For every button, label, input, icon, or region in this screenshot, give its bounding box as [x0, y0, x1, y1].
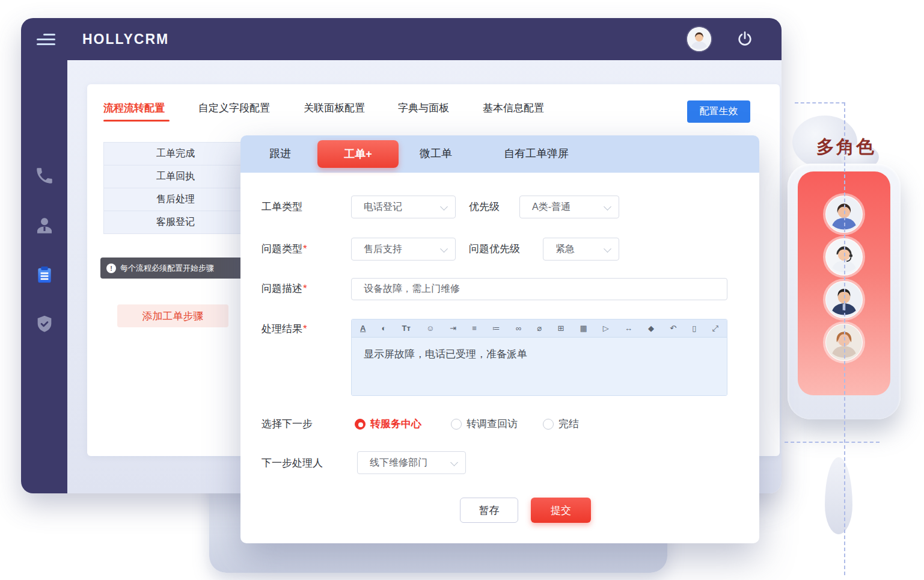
tab-dictionary-panel[interactable]: 字典与面板: [398, 101, 449, 115]
modal-tab-follow-up[interactable]: 跟进: [269, 146, 291, 161]
issue-desc-input[interactable]: 设备故障，需上门维修: [351, 278, 727, 300]
issue-type-label: 问题类型*: [262, 242, 307, 256]
radio-dot-icon: [451, 419, 462, 430]
side-navigation-rail: [21, 60, 67, 493]
tooltip-text: 每个流程必须配置开始步骤: [120, 263, 214, 274]
font-style-icon[interactable]: A: [360, 324, 366, 332]
issue-type-select[interactable]: 售后支持: [351, 238, 456, 261]
shield-check-icon[interactable]: [34, 314, 55, 335]
emoji-icon[interactable]: ☺: [426, 324, 434, 332]
apply-config-button[interactable]: 配置生效: [687, 100, 750, 123]
divider-icon[interactable]: ↔: [625, 324, 632, 332]
radio-transfer-survey[interactable]: 转调查回访: [451, 417, 518, 431]
undo-icon[interactable]: ↶: [670, 324, 676, 332]
save-draft-button[interactable]: 暂存: [460, 498, 518, 523]
workflow-step-list: 工单完成 工单回执 售后处理 客服登记: [103, 142, 248, 234]
chevron-down-icon: [604, 245, 611, 253]
issue-desc-label: 问题描述*: [262, 282, 307, 295]
fullscreen-icon[interactable]: ⤢: [712, 324, 718, 332]
editor-toolbar: A ◐ Tт ☺ ⇥ ≡ ≔ ∞ ⌀ ⊞ ▦ ▷ ↔ ◆ ↶ ▯ ⤢: [352, 319, 727, 338]
tab-flow-config[interactable]: 流程流转配置: [103, 101, 165, 115]
active-tab-underline: [103, 120, 170, 122]
next-handler-label: 下一步处理人: [262, 456, 323, 470]
exclamation-icon: !: [106, 264, 116, 273]
screen: HOLLYCRM: [0, 0, 924, 580]
list-item-service-register[interactable]: 客服登记: [103, 211, 248, 234]
tab-linked-panel[interactable]: 关联面板配置: [304, 101, 365, 115]
priority-label: 优先级: [469, 200, 500, 214]
modal-tab-own-ticket-popup[interactable]: 自有工单弹屏: [504, 146, 569, 161]
ticket-modal: 跟进 工单+ 微工单 自有工单弹屏 工单类型 电话登记 优先级 A类-普通 问题…: [240, 135, 759, 543]
tasks-clipboard-icon[interactable]: [34, 265, 55, 285]
chevron-down-icon: [604, 203, 611, 211]
tab-basic-info[interactable]: 基本信息配置: [483, 101, 544, 115]
result-editor-content[interactable]: 显示屏故障，电话已受理，准备派单: [352, 338, 727, 395]
power-icon[interactable]: [735, 29, 754, 49]
next-step-label: 选择下一步: [262, 417, 313, 431]
color-palette-icon[interactable]: ◐: [382, 324, 387, 332]
list-item-ticket-done[interactable]: 工单完成: [103, 142, 248, 165]
issue-priority-select[interactable]: 紧急: [543, 238, 619, 261]
modal-tabbar: 跟进 工单+ 微工单 自有工单弹屏: [240, 135, 759, 173]
radio-transfer-service-center[interactable]: 转服务中心: [355, 417, 421, 431]
list-item-aftersales[interactable]: 售后处理: [103, 188, 248, 211]
align-icon[interactable]: ≡: [472, 324, 477, 332]
modal-tab-micro-ticket[interactable]: 微工单: [420, 146, 452, 161]
chevron-down-icon: [440, 245, 448, 253]
eraser-icon[interactable]: ◆: [648, 324, 654, 332]
trash-icon[interactable]: ▯: [692, 324, 696, 332]
dashed-guide-line: [785, 442, 880, 443]
start-step-tooltip: ! 每个流程必须配置开始步骤: [100, 258, 243, 279]
priority-select[interactable]: A类-普通: [519, 196, 619, 218]
result-label: 处理结果*: [262, 322, 307, 336]
list-item-ticket-receipt[interactable]: 工单回执: [103, 165, 248, 188]
submit-button[interactable]: 提交: [531, 498, 591, 523]
tab-custom-fields[interactable]: 自定义字段配置: [198, 101, 270, 115]
issue-priority-label: 问题优先级: [469, 242, 520, 256]
hamburger-menu-icon[interactable]: [37, 34, 57, 48]
ticket-type-select[interactable]: 电话登记: [351, 196, 456, 218]
app-header: HOLLYCRM: [21, 18, 782, 60]
contacts-icon[interactable]: [34, 215, 55, 236]
phone-icon[interactable]: [34, 165, 55, 186]
radio-dot-icon: [355, 419, 366, 430]
indent-icon[interactable]: ⇥: [450, 324, 456, 332]
multi-role-annotation: 多角色: [816, 135, 876, 159]
image-icon[interactable]: ▦: [580, 324, 587, 332]
modal-tab-ticket-plus[interactable]: 工单+: [317, 140, 399, 168]
result-editor[interactable]: A ◐ Tт ☺ ⇥ ≡ ≔ ∞ ⌀ ⊞ ▦ ▷ ↔ ◆ ↶ ▯ ⤢ 显示屏故障…: [351, 319, 727, 396]
user-avatar[interactable]: [687, 27, 711, 51]
radio-dot-icon: [543, 419, 554, 430]
dashed-guide-line: [844, 102, 845, 575]
dashed-guide-line: [795, 102, 845, 103]
radio-finish[interactable]: 完结: [543, 417, 579, 431]
table-icon[interactable]: ⊞: [557, 324, 564, 332]
unlink-icon[interactable]: ⌀: [537, 324, 542, 332]
add-ticket-step-button[interactable]: 添加工单步骤: [117, 304, 228, 327]
video-icon[interactable]: ▷: [603, 324, 609, 332]
font-size-icon[interactable]: Tт: [402, 324, 410, 332]
ticket-type-label: 工单类型: [262, 200, 302, 214]
brand-logo: HOLLYCRM: [82, 31, 169, 48]
teardrop-shape: [825, 457, 852, 534]
next-handler-select[interactable]: 线下维修部门: [357, 451, 466, 474]
chevron-down-icon: [440, 203, 448, 211]
link-icon[interactable]: ∞: [516, 324, 521, 332]
chevron-down-icon: [450, 458, 458, 466]
list-icon[interactable]: ≔: [492, 324, 500, 332]
